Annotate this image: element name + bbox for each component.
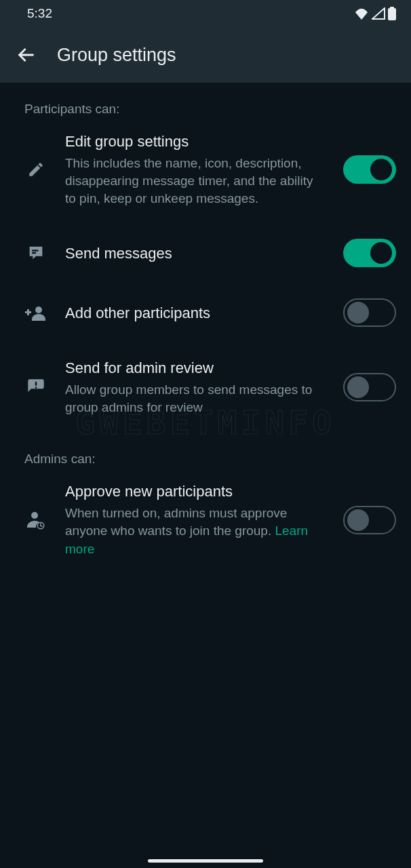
row-title: Approve new participants (65, 481, 319, 502)
app-bar: Group settings (0, 27, 411, 83)
message-icon (26, 243, 45, 262)
toggle-edit-group-settings[interactable] (343, 155, 396, 184)
toggle-add-participants[interactable] (343, 298, 396, 327)
svg-rect-7 (27, 309, 29, 315)
nav-handle[interactable] (148, 859, 263, 863)
svg-rect-0 (390, 7, 394, 8)
wifi-icon (354, 7, 369, 20)
row-admin-review[interactable]: Send for admin review Allow group member… (0, 343, 411, 433)
status-time: 5:32 (27, 6, 52, 21)
row-desc: Allow group members to send messages to … (65, 381, 319, 416)
battery-icon (388, 7, 396, 20)
row-title: Add other participants (65, 303, 319, 323)
status-indicators (354, 7, 396, 20)
toggle-send-messages[interactable] (343, 239, 396, 267)
back-button[interactable] (15, 44, 37, 66)
row-desc: This includes the name, icon, descriptio… (65, 155, 319, 208)
svg-rect-8 (35, 382, 37, 386)
row-approve-participants[interactable]: Approve new participants When turned on,… (0, 467, 411, 574)
status-bar: 5:32 (0, 0, 411, 27)
svg-point-10 (31, 512, 38, 519)
section-header-admins: Admins can: (0, 433, 411, 467)
row-title: Send messages (65, 243, 319, 264)
toggle-approve-participants[interactable] (343, 506, 396, 534)
svg-rect-9 (35, 387, 37, 389)
toggle-admin-review[interactable] (343, 373, 396, 401)
arrow-back-icon (16, 45, 35, 64)
report-message-icon (26, 378, 45, 397)
row-title: Send for admin review (65, 358, 319, 378)
row-edit-group-settings[interactable]: Edit group settings This includes the na… (0, 117, 411, 224)
pencil-icon (27, 161, 45, 178)
svg-point-5 (35, 307, 42, 313)
person-add-icon (25, 304, 47, 321)
section-header-participants: Participants can: (0, 83, 411, 117)
svg-rect-3 (32, 250, 38, 252)
row-title: Edit group settings (65, 132, 319, 152)
svg-rect-1 (388, 8, 396, 20)
page-title: Group settings (57, 45, 176, 66)
person-clock-icon (25, 511, 47, 530)
row-desc: When turned on, admins must approve anyo… (65, 505, 319, 558)
signal-icon (372, 7, 385, 20)
row-add-participants[interactable]: Add other participants (0, 283, 411, 343)
row-send-messages[interactable]: Send messages (0, 224, 411, 283)
svg-rect-4 (32, 252, 36, 254)
